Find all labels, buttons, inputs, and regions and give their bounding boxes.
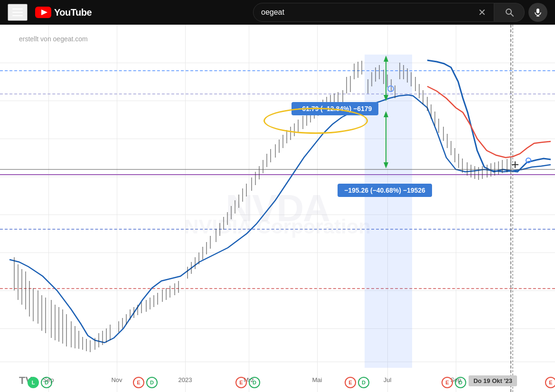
badge-group-3: E D <box>235 377 260 388</box>
badge-l-1: L <box>28 377 39 388</box>
axis-label-2023: 2023 <box>179 376 192 383</box>
chart-container: NVDA NVIDIA Corporation erstellt von oeg… <box>0 25 555 392</box>
badge-group-4: E D <box>345 377 369 388</box>
axis-label-mai: Mai <box>312 376 322 383</box>
svg-marker-135 <box>384 162 388 168</box>
svg-rect-4 <box>536 9 539 13</box>
search-button[interactable] <box>494 3 525 22</box>
chart-svg <box>0 25 555 392</box>
badge-d-3: D <box>249 377 260 388</box>
svg-marker-134 <box>384 111 388 117</box>
search-box: ✕ <box>253 3 494 22</box>
youtube-logo[interactable]: YouTube <box>35 7 92 18</box>
axis-label-nov: Nov <box>111 376 122 383</box>
header: YouTube ✕ <box>0 0 555 25</box>
badge-d-5: D <box>455 377 466 388</box>
badge-group-6: E <box>545 377 555 388</box>
date-stamp: Do 19 Okt '23 <box>469 375 517 386</box>
search-icon <box>505 8 514 17</box>
clear-button[interactable]: ✕ <box>478 7 486 18</box>
mic-icon <box>534 8 542 17</box>
svg-line-3 <box>510 14 513 17</box>
badge-group-5: E D <box>442 377 466 388</box>
svg-point-136 <box>388 86 394 92</box>
search-input[interactable] <box>261 8 474 17</box>
badge-e-4: E <box>345 377 356 388</box>
youtube-icon <box>35 7 51 18</box>
mic-button[interactable] <box>528 3 547 22</box>
chart-image: NVDA NVIDIA Corporation erstellt von oeg… <box>0 25 555 392</box>
badge-e-5: E <box>442 377 453 388</box>
badge-group-1: L D <box>28 377 52 388</box>
menu-button[interactable] <box>8 4 28 21</box>
tooltip-measurement-2: −195.26 (−40.68%) −19526 <box>338 184 432 197</box>
badge-d-2: D <box>146 377 158 388</box>
badge-e-2: E <box>133 377 144 388</box>
yellow-highlight-ellipse <box>263 108 368 134</box>
badge-e-3: E <box>235 377 247 388</box>
badge-e-6: E <box>545 377 555 388</box>
badge-d-4: D <box>358 377 369 388</box>
search-area: ✕ <box>253 3 547 22</box>
dashed-vertical-line <box>510 25 511 392</box>
youtube-logo-text: YouTube <box>54 7 92 18</box>
badge-group-2: E D <box>133 377 158 388</box>
axis-label-jul: Jul <box>384 376 392 383</box>
svg-marker-131 <box>384 56 388 62</box>
badge-d-1: D <box>41 377 52 388</box>
